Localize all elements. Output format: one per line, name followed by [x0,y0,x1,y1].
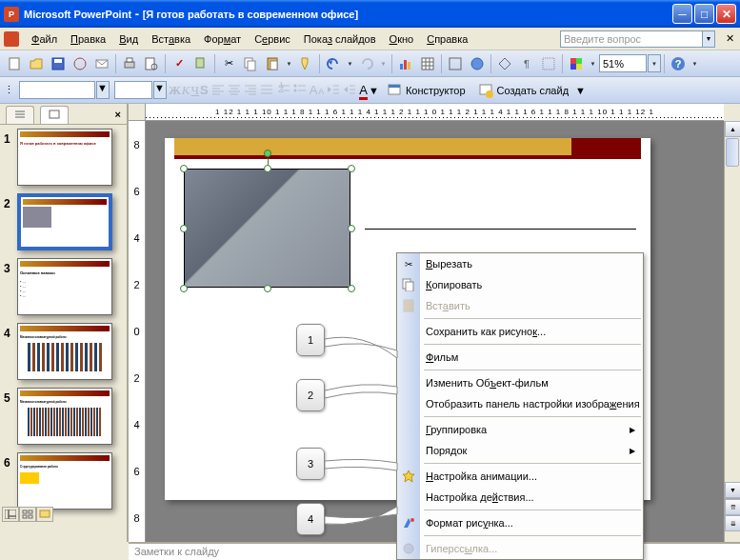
scroll-up-button[interactable]: ▲ [725,121,740,137]
panel-close-button[interactable]: × [115,109,121,120]
handle-nw[interactable] [180,165,188,172]
paste-icon[interactable] [262,53,283,74]
shadow-icon[interactable]: S [200,83,209,97]
undo-dropdown[interactable]: ▼ [345,61,355,67]
italic-icon[interactable]: К [182,83,190,98]
outline-tab[interactable] [6,106,34,124]
hyperlink-icon[interactable] [467,53,488,74]
table-icon[interactable] [417,53,438,74]
underline-icon[interactable]: Ч [191,83,199,98]
ctx-custom-animation[interactable]: Настройка анимации... [397,466,643,487]
ctx-save-as-picture[interactable]: Сохранить как рисунок... [397,321,643,342]
copy-icon[interactable] [240,53,261,74]
save-icon[interactable] [48,53,69,74]
toolbar2-handle[interactable]: ⋮ [4,84,14,96]
ctx-cut[interactable]: ✂Вырезать [397,253,643,274]
slides-tab[interactable] [40,106,69,124]
print-icon[interactable] [119,53,140,74]
handle-n[interactable] [264,165,271,172]
ask-question-box[interactable]: Введите вопрос [560,30,703,48]
ctx-format-picture[interactable]: Формат рисунка... [397,512,643,533]
increase-indent-icon[interactable] [342,82,357,99]
design-button[interactable]: Конструктор [381,80,471,101]
handle-ne[interactable] [348,165,355,172]
new-icon[interactable] [4,53,25,74]
ctx-grouping[interactable]: Группировка▶ [397,419,643,440]
numbering-icon[interactable]: 12 [276,82,291,99]
minimize-button[interactable]: ─ [672,4,692,24]
decrease-font-icon[interactable]: A [318,85,324,96]
increase-font-icon[interactable]: A [310,83,318,97]
undo-icon[interactable] [323,53,344,74]
spelling-icon[interactable]: ✓ [169,53,190,74]
thumbnail-3[interactable]: 3Основные навыки• ...• ...• ...• ... [4,258,123,315]
align-center-icon[interactable] [227,82,242,99]
menu-help[interactable]: Справка [420,30,474,48]
tables-borders-icon[interactable] [445,53,466,74]
font-size-dropdown[interactable]: ▼ [153,81,167,99]
preview-icon[interactable] [141,53,162,74]
font-color-dropdown[interactable]: ▼ [369,85,379,96]
menu-slideshow[interactable]: Показ слайдов [297,30,383,48]
cut-icon[interactable]: ✂ [218,53,239,74]
thumbnail-6[interactable]: 6Структурирование работы [4,452,123,510]
selected-picture[interactable] [184,169,350,288]
new-slide-button[interactable]: Создать слайд [472,80,574,101]
ask-dropdown[interactable]: ▼ [703,30,715,48]
font-size-box[interactable] [114,81,152,99]
menu-view[interactable]: Вид [112,30,145,48]
handle-w[interactable] [180,225,188,232]
rotate-handle[interactable] [264,150,271,157]
vertical-scrollbar[interactable]: ▲ ▼ ⇈ ⇊ [724,121,740,542]
align-right-icon[interactable] [243,82,258,99]
color-dropdown[interactable]: ▼ [588,61,598,67]
color-icon[interactable] [566,53,587,74]
ctx-movie[interactable]: Фильм [397,347,643,368]
menu-edit[interactable]: Правка [64,30,112,48]
ctx-action-settings[interactable]: Настройка действия... [397,487,643,508]
slide-line[interactable] [365,229,636,230]
document-close-button[interactable]: ✕ [723,32,736,46]
research-icon[interactable] [190,53,211,74]
toolbar2-options[interactable]: ▼ [575,85,586,96]
menu-tools[interactable]: Сервис [248,30,297,48]
scroll-down-button[interactable]: ▼ [725,482,740,498]
sorter-view-button[interactable] [19,507,36,522]
scroll-thumb[interactable] [726,138,739,167]
next-slide-button[interactable]: ⇊ [725,515,740,531]
thumbnail-4[interactable]: 4Механизм клавиатурной работы [4,323,123,380]
open-icon[interactable] [26,53,47,74]
grid-icon[interactable] [538,53,559,74]
thumbnail-strip[interactable]: 1Я готов работать в современном офисе 2 … [0,125,127,542]
redo-icon[interactable] [356,53,377,74]
menu-file[interactable]: Файл [25,30,64,48]
handle-se[interactable] [348,285,355,292]
redo-dropdown[interactable]: ▼ [378,61,389,67]
font-name-dropdown[interactable]: ▼ [96,81,110,99]
permission-icon[interactable] [70,53,90,74]
bold-icon[interactable]: Ж [169,83,181,98]
handle-e[interactable] [348,225,355,232]
handle-sw[interactable] [180,285,188,292]
menu-format[interactable]: Формат [197,30,248,48]
decrease-indent-icon[interactable] [326,82,341,99]
toolbar-options[interactable]: ▼ [690,61,700,67]
help-icon[interactable]: ? [668,53,689,74]
thumbnail-2[interactable]: 2 [4,193,123,250]
expand-icon[interactable] [494,53,515,74]
menu-window[interactable]: Окно [383,30,421,48]
zoom-box[interactable]: 51% [599,54,647,72]
align-left-icon[interactable] [210,82,226,99]
thumbnail-5[interactable]: 5Механизм клавиатурной работы [4,388,123,445]
font-name-box[interactable] [19,81,95,99]
close-button[interactable]: ✕ [716,4,736,24]
ctx-change-object[interactable]: Изменить Объект-фильм [397,372,643,393]
bullets-icon[interactable] [292,82,308,99]
ctx-order[interactable]: Порядок▶ [397,440,643,461]
email-icon[interactable] [91,53,112,74]
menu-insert[interactable]: Вставка [145,30,197,48]
normal-view-button[interactable] [2,507,19,522]
distribute-icon[interactable] [259,82,274,99]
ctx-show-picture-toolbar[interactable]: Отобразить панель настройки изображения [397,393,643,414]
thumbnail-1[interactable]: 1Я готов работать в современном офисе [4,129,123,186]
